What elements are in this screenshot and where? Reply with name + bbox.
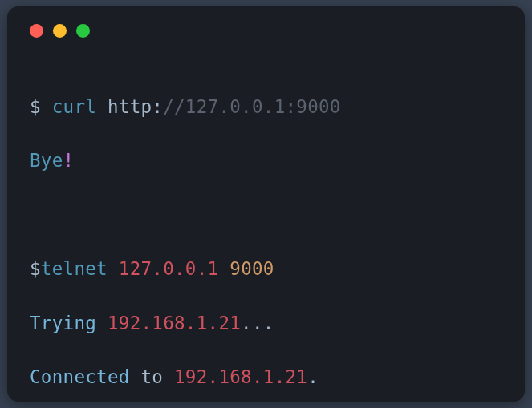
prompt: $: [30, 258, 41, 279]
terminal-line: $telnet 127.0.0.1 9000: [30, 256, 502, 283]
url-rest: //127.0.0.1:9000: [163, 96, 341, 117]
dots: ...: [241, 313, 274, 333]
maximize-icon[interactable]: [76, 24, 90, 38]
output-to: to: [140, 366, 174, 387]
space: [218, 258, 229, 279]
minimize-icon[interactable]: [53, 24, 67, 38]
close-icon[interactable]: [30, 24, 43, 38]
output-bye: Bye: [30, 150, 63, 171]
output-trying: Trying: [30, 313, 108, 333]
command-curl: curl: [52, 96, 108, 117]
terminal-line: Bye!: [30, 147, 502, 175]
terminal-line: Trying 192.168.1.21...: [30, 310, 502, 337]
output-connected: Connected: [30, 366, 140, 387]
command-telnet: telnet: [41, 258, 119, 279]
terminal-line: Connected to 192.168.1.21.: [30, 364, 502, 391]
ip-address: 127.0.0.1: [119, 258, 219, 279]
prompt: $: [30, 96, 52, 117]
blank-line: [30, 202, 502, 229]
ip-address: 192.168.1.21: [174, 366, 307, 387]
port-number: 9000: [229, 258, 274, 279]
url-scheme: http:: [108, 96, 163, 117]
output-excl: !: [63, 150, 75, 171]
terminal-content: $ curl http://127.0.0.1:9000 Bye! $telne…: [30, 67, 502, 402]
terminal-line: $ curl http://127.0.0.1:9000: [30, 94, 502, 121]
terminal-window: $ curl http://127.0.0.1:9000 Bye! $telne…: [7, 6, 525, 402]
dot: .: [307, 366, 319, 387]
window-controls: [30, 24, 502, 38]
ip-address: 192.168.1.21: [108, 313, 241, 333]
